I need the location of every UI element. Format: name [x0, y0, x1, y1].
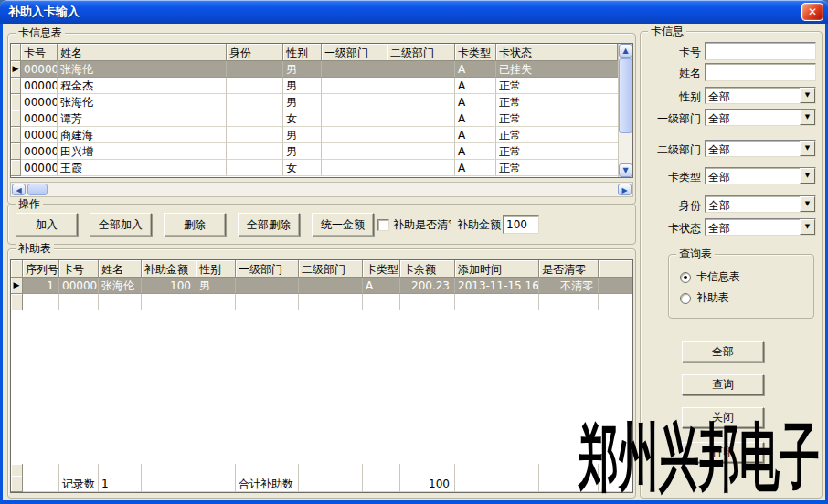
table-row[interactable]: 000007田兴增男A正常: [11, 143, 618, 160]
cell: [322, 127, 387, 143]
close-button[interactable]: ✕: [801, 3, 823, 21]
table-row[interactable]: 000003张海伦男A正常: [11, 94, 618, 110]
chevron-down-icon: ▼: [805, 200, 810, 207]
table-row[interactable]: 000006商建海男A正常: [11, 127, 618, 143]
uniform-amount-button[interactable]: 统一金额: [312, 213, 374, 236]
cell: 程金杰: [58, 78, 227, 94]
card-info-group-label: 卡信息表: [16, 26, 65, 39]
cell: 正常: [496, 110, 618, 127]
query-table-radio-subsidy[interactable]: 补助表: [680, 290, 729, 306]
app-window: 补助入卡输入 ✕ 卡信息表 卡号姓名身份性别一级部门二级部门卡类型卡状态▶000…: [0, 0, 828, 504]
table-row[interactable]: ▶1000001张海伦100男A200.232013-11-15 16:58:不…: [11, 278, 632, 294]
card-number-field[interactable]: [705, 42, 816, 60]
table-row[interactable]: 000005谭芳女A正常: [11, 110, 618, 127]
cell: 000008: [21, 160, 58, 176]
name-field[interactable]: [705, 63, 816, 81]
cell: 谭芳: [58, 110, 227, 127]
dropdown-button[interactable]: ▼: [800, 168, 815, 184]
card-number-field-label: 卡号: [641, 45, 701, 60]
cell: [11, 294, 23, 310]
cell: [387, 78, 455, 94]
card-info-horizontal-scrollbar[interactable]: ◀ ▶: [10, 182, 633, 197]
dropdown-button[interactable]: ▼: [800, 88, 815, 103]
cell: 正常: [496, 160, 618, 176]
cell: [23, 476, 59, 492]
table-row[interactable]: ▶000001张海伦男A已挂失: [11, 61, 618, 78]
scroll-down-button[interactable]: ▼: [619, 163, 632, 177]
cell: 张海伦: [58, 94, 227, 110]
operations-group: 操作 加入全部加入删除全部删除统一金额 补助是否清零 补助金额: [7, 204, 636, 245]
cell: [299, 278, 363, 294]
cell: [59, 464, 99, 476]
cell: 田兴增: [58, 143, 227, 160]
cell: A: [363, 278, 400, 294]
dropdown-button[interactable]: ▼: [800, 196, 815, 212]
cell: [363, 476, 400, 492]
card-status-select-value: 全部: [708, 221, 730, 236]
cell: [99, 464, 142, 476]
query-button[interactable]: 查询: [682, 374, 764, 395]
cell: [322, 143, 387, 160]
cell: [11, 476, 23, 492]
cell: [23, 294, 59, 310]
header-row: 卡号姓名身份性别一级部门二级部门卡类型卡状态: [11, 44, 618, 61]
dropdown-button[interactable]: ▼: [800, 141, 815, 156]
delete-all-button[interactable]: 全部删除: [238, 213, 300, 236]
empty-row: [11, 294, 632, 310]
dropdown-button[interactable]: ▼: [800, 219, 815, 235]
row-indicator-header: [11, 260, 23, 278]
identity-select-label: 身份: [641, 198, 701, 214]
query-table-radio-subsidy-circle[interactable]: [680, 293, 691, 304]
cell: 1: [23, 278, 59, 294]
scroll-up-button[interactable]: ▲: [619, 44, 632, 58]
cell: 200.23: [400, 278, 455, 294]
card-info-vertical-scrollbar[interactable]: ▲ ▼: [618, 44, 632, 177]
cell: 000007: [21, 143, 58, 160]
add-all-button[interactable]: 全部加入: [90, 213, 152, 236]
cell: [23, 464, 59, 476]
cell: [59, 294, 99, 310]
cell: 男: [196, 278, 236, 294]
scroll-left-button[interactable]: ◀: [12, 184, 26, 195]
cell: [322, 160, 387, 176]
chevron-down-icon: ▼: [805, 113, 810, 121]
cell: A: [455, 160, 496, 176]
card-status-select[interactable]: 全部▼: [705, 218, 816, 236]
dept-level2-select-label: 二级部门: [641, 142, 701, 158]
title-bar[interactable]: 补助入卡输入 ✕: [0, 0, 828, 24]
query-table-radio-card-info-circle[interactable]: [680, 272, 691, 283]
identity-select-value: 全部: [708, 198, 730, 214]
card-type-select[interactable]: 全部▼: [705, 167, 816, 184]
subsidy-amount-input[interactable]: [503, 215, 539, 234]
column-header: 卡号: [59, 260, 99, 278]
delete-button[interactable]: 删除: [164, 213, 226, 236]
cell: [227, 78, 283, 94]
records-count-value: 1: [99, 476, 142, 492]
cell: 000001: [21, 61, 58, 78]
column-header: 序列号: [23, 260, 59, 278]
cell: [455, 464, 539, 476]
operations-group-label: 操作: [16, 197, 43, 210]
query-table-radio-card-info[interactable]: 卡信息表: [680, 269, 740, 285]
horizontal-scroll-thumb[interactable]: [27, 184, 48, 195]
gender-select[interactable]: 全部▼: [705, 87, 816, 104]
cell: [142, 294, 196, 310]
table-row[interactable]: 000002程金杰男A正常: [11, 78, 618, 94]
cell: [322, 61, 387, 78]
all-button[interactable]: 全部: [682, 341, 764, 362]
dept-level1-select[interactable]: 全部▼: [705, 109, 816, 126]
scroll-right-button[interactable]: ▶: [618, 184, 632, 195]
dept-level2-select[interactable]: 全部▼: [705, 140, 816, 157]
cell: [236, 464, 299, 476]
cell: 女: [283, 160, 322, 176]
vertical-scroll-thumb[interactable]: [619, 58, 632, 133]
cell: [196, 464, 236, 476]
table-row[interactable]: 000008王霞女A正常: [11, 160, 618, 176]
column-header: 添加时间: [455, 260, 539, 278]
clear-subsidy-checkbox[interactable]: [377, 219, 389, 231]
identity-select[interactable]: 全部▼: [705, 195, 816, 213]
dropdown-button[interactable]: ▼: [800, 110, 815, 125]
add-button[interactable]: 加入: [16, 213, 78, 236]
column-header: 二级部门: [387, 44, 455, 61]
window-title: 补助入卡输入: [8, 4, 80, 20]
